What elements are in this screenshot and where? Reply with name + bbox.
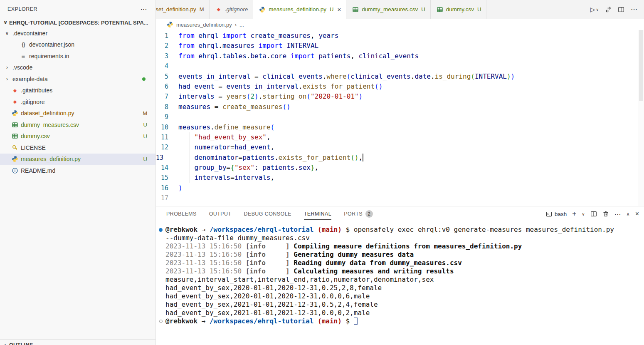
tab-gitignore[interactable]: ◆.gitignore — [210, 0, 254, 19]
line-number[interactable]: 15 — [156, 173, 178, 183]
code-lines: 1from ehrql import create_measures, year… — [156, 31, 638, 204]
tree-item-label: measures_definition.py — [21, 156, 81, 162]
breadcrumb-file[interactable]: measures_definition.py — [176, 22, 232, 28]
tree-item-requirements-in[interactable]: ≡requirements.in — [0, 50, 155, 62]
code-line[interactable]: 9 — [156, 112, 638, 122]
play-icon: ▷ — [590, 6, 595, 13]
line-number[interactable]: 16 — [156, 183, 178, 193]
close-panel-icon[interactable]: × — [635, 210, 639, 218]
terminal-text: 2023-11-13 15:16:50 [info ] Compiling me… — [165, 242, 522, 251]
code-line[interactable]: 4 — [156, 61, 638, 71]
code-line[interactable]: 11 "had_event_by_sex", — [156, 132, 638, 142]
tree-item-gitattributes[interactable]: ◆.gitattributes — [0, 85, 155, 97]
line-number[interactable]: 4 — [156, 61, 178, 71]
line-number[interactable]: 11 — [156, 132, 178, 142]
code-line[interactable]: 8measures = create_measures() — [156, 102, 638, 112]
editor-more-icon[interactable]: ⋯ — [631, 5, 637, 13]
terminal-profile-chevron-icon[interactable]: ∨ — [582, 212, 585, 216]
tree-item-dummy-csv[interactable]: dummy.csvU — [0, 131, 155, 142]
code-text: denominator=patients.exists_for_patient(… — [178, 153, 363, 163]
panel-tab-debug-console[interactable]: DEBUG CONSOLE — [244, 206, 291, 221]
explorer-more-icon[interactable]: ⋯ — [141, 5, 148, 13]
code-line[interactable]: 12 numerator=had_event, — [156, 142, 638, 152]
breadcrumb-symbol[interactable]: ... — [239, 22, 244, 28]
split-editor-icon[interactable] — [618, 6, 624, 13]
line-number[interactable]: 14 — [156, 163, 178, 173]
tree-item-vscode[interactable]: ›.vscode — [0, 62, 155, 74]
terminal-line: measure,interval_start,interval_end,rati… — [156, 276, 644, 284]
run-python-file-button[interactable]: ▷ ∨ — [590, 6, 599, 13]
code-line[interactable]: 5events_in_interval = clinical_events.wh… — [156, 72, 638, 82]
line-number[interactable]: 3 — [156, 51, 178, 61]
code-text: ) — [178, 183, 183, 193]
panel-more-icon[interactable]: ⋯ — [614, 210, 621, 218]
breadcrumb[interactable]: measures_definition.py › ... — [156, 19, 644, 30]
code-line[interactable]: 3from ehrql.tables.beta.core import pati… — [156, 51, 638, 61]
panel-tab-label: OUTPUT — [209, 211, 232, 217]
tree-item-gitignore[interactable]: ◆.gitignore — [0, 96, 155, 108]
line-number[interactable]: 10 — [156, 122, 178, 132]
code-line[interactable]: 7intervals = years(2).starting_on("2020-… — [156, 92, 638, 102]
line-number[interactable]: 17 — [156, 193, 178, 203]
panel-tab-terminal[interactable]: TERMINAL — [304, 206, 331, 221]
line-number[interactable]: 6 — [156, 82, 178, 92]
chevron-down-icon: ∨ — [596, 7, 599, 12]
line-number[interactable]: 9 — [156, 112, 178, 122]
git-status-badge: U — [143, 156, 147, 162]
terminal-line: --dummy-data-file dummy_measures.csv — [156, 234, 644, 242]
vscode-window: EXPLORER ⋯ ∨ EHRQL-TUTORIAL [CODESPACES:… — [0, 0, 644, 345]
code-line[interactable]: 14 group_by={"sex": patients.sex}, — [156, 163, 638, 173]
new-terminal-button[interactable]: + — [572, 210, 576, 218]
code-line[interactable]: 15 intervals=intervals, — [156, 173, 638, 183]
line-number[interactable]: 8 — [156, 102, 178, 112]
tree-item-dummy-measures-csv[interactable]: dummy_measures.csvU — [0, 119, 155, 131]
workspace-root-folder[interactable]: ∨ EHRQL-TUTORIAL [CODESPACES: POTENTIAL … — [0, 17, 155, 27]
tab-dummy-csv[interactable]: dummy.csvU — [431, 0, 487, 19]
code-line[interactable]: 17 — [156, 193, 638, 203]
code-line[interactable]: 13 denominator=patients.exists_for_patie… — [156, 153, 638, 163]
tree-item-label: .vscode — [12, 64, 32, 71]
tab-label: dummy.csv — [446, 6, 474, 12]
line-number[interactable]: 7 — [156, 92, 178, 102]
line-number[interactable]: 12 — [156, 142, 178, 152]
code-line[interactable]: 1from ehrql import create_measures, year… — [156, 31, 638, 41]
panel-tab-ports[interactable]: PORTS2 — [344, 206, 373, 221]
code-line[interactable]: 10measures.define_measure( — [156, 122, 638, 132]
code-line[interactable]: 6had_event = events_in_interval.exists_f… — [156, 82, 638, 92]
line-number[interactable]: 5 — [156, 72, 178, 82]
code-editor[interactable]: 1from ehrql import create_measures, year… — [156, 30, 644, 206]
panel-tab-output[interactable]: OUTPUT — [209, 206, 232, 221]
shell-selector[interactable]: bash — [546, 211, 567, 217]
line-number[interactable]: 2 — [156, 41, 178, 51]
tree-item-label: dummy_measures.csv — [21, 122, 79, 128]
tree-item-dataset-definition-py[interactable]: dataset_definition.pyM — [0, 108, 155, 119]
outline-section-header[interactable]: › OUTLINE — [0, 339, 155, 345]
command-success-decoration-icon — [159, 228, 163, 232]
terminal-text: --dummy-data-file dummy_measures.csv — [165, 234, 310, 242]
tree-item-license[interactable]: LICENSE — [0, 142, 155, 154]
tree-item-example-data[interactable]: ›example-data — [0, 73, 155, 85]
code-line[interactable]: 2from ehrql.measures import INTERVAL — [156, 41, 638, 51]
terminal-toolbar: bash + ∨ ⋯ ∧ × — [546, 206, 639, 221]
open-changes-icon[interactable] — [605, 6, 612, 13]
terminal[interactable]: @rebkwok → /workspaces/ehrql-tutorial (m… — [156, 221, 644, 345]
close-tab-icon[interactable]: × — [337, 6, 341, 13]
kill-terminal-icon[interactable] — [602, 211, 609, 217]
tree-item-devcontainer-json[interactable]: {}devcontainer.json — [0, 39, 155, 51]
tree-item-devcontainer[interactable]: ∨.devcontainer — [0, 27, 155, 39]
tree-item-readme-md[interactable]: README.md — [0, 165, 155, 176]
terminal-text: had_event_by_sex,2020-01-01,2020-12-31,0… — [165, 284, 382, 292]
tree-item-measures-definition-py[interactable]: measures_definition.pyU — [0, 154, 155, 165]
code-line[interactable]: 16) — [156, 183, 638, 193]
maximize-panel-icon[interactable]: ∧ — [627, 211, 630, 217]
tab-dummy-measures-csv[interactable]: dummy_measures.csvU — [346, 0, 430, 19]
panel-tab-problems[interactable]: PROBLEMS — [166, 206, 197, 221]
split-terminal-icon[interactable] — [590, 211, 597, 217]
editor-scrollbar[interactable] — [638, 30, 644, 206]
line-number[interactable]: 13 — [156, 153, 178, 163]
tab-measures-definition-py[interactable]: measures_definition.pyU× — [253, 0, 346, 19]
line-number[interactable]: 1 — [156, 31, 178, 41]
tab-dataset-definition-py[interactable]: dataset_definition.pyM — [156, 0, 210, 19]
panel-tab-label: PORTS — [344, 211, 363, 217]
scrollbar-thumb[interactable] — [639, 30, 643, 101]
